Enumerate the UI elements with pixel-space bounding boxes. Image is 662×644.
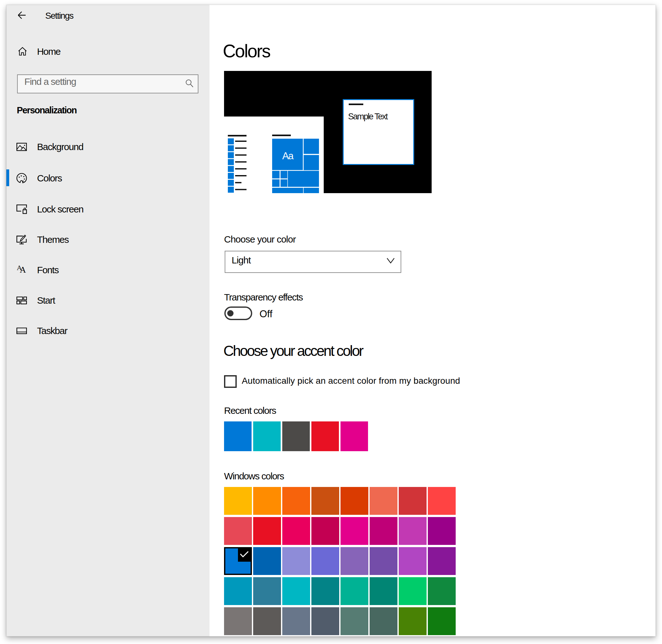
svg-text:Aa: Aa: [282, 151, 294, 161]
svg-text:A: A: [20, 265, 26, 275]
svg-text:Sample Text: Sample Text: [348, 112, 388, 121]
